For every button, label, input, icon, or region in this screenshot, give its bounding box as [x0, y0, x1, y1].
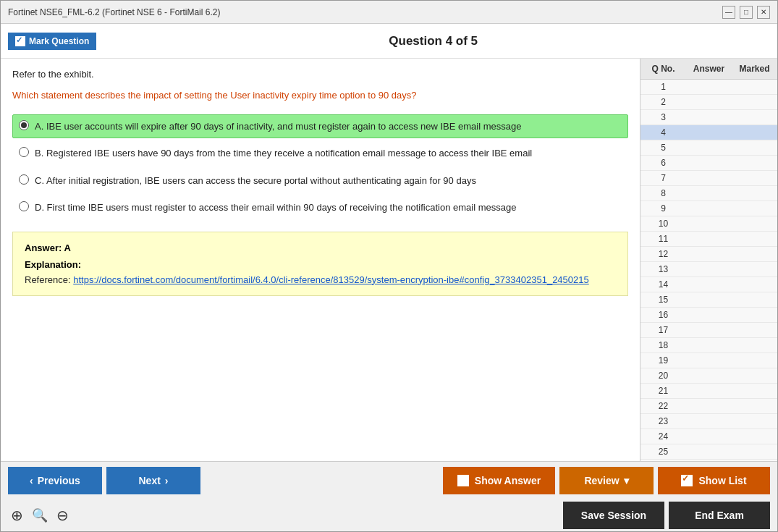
- sidebar-cell-num: 15: [640, 292, 686, 307]
- sidebar-row[interactable]: 25: [640, 444, 777, 460]
- sidebar-cell-answer: [686, 399, 732, 413]
- sidebar-cell-answer: [686, 216, 732, 231]
- sidebar-cell-answer: [686, 125, 732, 140]
- explanation-label: Explanation:: [25, 259, 616, 270]
- sidebar-cell-answer: [686, 292, 732, 307]
- sidebar-cell-num: 24: [640, 429, 686, 444]
- maximize-button[interactable]: □: [740, 6, 753, 19]
- option-item-d[interactable]: D. First time IBE users must register to…: [12, 195, 628, 220]
- sidebar-row[interactable]: 10: [640, 216, 777, 232]
- option-item-a[interactable]: A. IBE user accounts will expire after 9…: [12, 114, 628, 139]
- sidebar-cell-answer: [686, 95, 732, 109]
- sidebar-row[interactable]: 14: [640, 277, 777, 292]
- option-radio-b: [19, 147, 29, 157]
- sidebar-row[interactable]: 15: [640, 292, 777, 308]
- mark-checkbox-icon: [15, 36, 25, 46]
- sidebar-cell-answer: [686, 140, 732, 155]
- sidebar-cell-marked: [732, 429, 777, 444]
- sidebar-row[interactable]: 9: [640, 201, 777, 216]
- toolbar: Mark Question Question 4 of 5: [1, 24, 777, 59]
- sidebar-row[interactable]: 5: [640, 140, 777, 156]
- sidebar-cell-num: 12: [640, 247, 686, 261]
- save-session-button[interactable]: Save Session: [563, 502, 664, 529]
- sidebar-row[interactable]: 17: [640, 323, 777, 338]
- sidebar-cell-num: 21: [640, 384, 686, 398]
- refer-text: Refer to the exhibit.: [12, 69, 628, 80]
- sidebar-header: Q No. Answer Marked: [640, 59, 777, 80]
- sidebar-row[interactable]: 21: [640, 384, 777, 399]
- sidebar-cell-answer: [686, 186, 732, 200]
- zoom-in-button[interactable]: ⊕: [8, 505, 26, 525]
- sidebar-row[interactable]: 12: [640, 247, 777, 262]
- zoom-out-button[interactable]: ⊖: [54, 505, 72, 525]
- sidebar-cell-answer: [686, 171, 732, 185]
- sidebar-row[interactable]: 20: [640, 368, 777, 384]
- previous-button[interactable]: ‹ Previous: [8, 467, 102, 494]
- question-text: Which statement describes the impact of …: [12, 88, 628, 103]
- sidebar-cell-marked: [732, 262, 777, 276]
- sidebar-row[interactable]: 24: [640, 429, 777, 444]
- sidebar-row[interactable]: 13: [640, 262, 777, 277]
- review-button[interactable]: Review ▾: [559, 467, 654, 494]
- show-list-button[interactable]: Show List: [658, 467, 770, 494]
- show-answer-button[interactable]: Show Answer: [443, 467, 555, 494]
- sidebar-row[interactable]: 18: [640, 338, 777, 353]
- options-list: A. IBE user accounts will expire after 9…: [12, 114, 628, 220]
- next-button[interactable]: Next ›: [106, 467, 200, 494]
- zoom-controls: ⊕ 🔍 ⊖: [8, 505, 72, 525]
- option-item-c[interactable]: C. After initial registration, IBE users…: [12, 169, 628, 193]
- option-text-c: C. After initial registration, IBE users…: [35, 174, 476, 188]
- sidebar-row[interactable]: 3: [640, 110, 777, 125]
- sidebar-cell-marked: [732, 338, 777, 352]
- sidebar-cell-answer: [686, 110, 732, 124]
- sidebar-cell-marked: [732, 368, 777, 383]
- sidebar-cell-num: 19: [640, 353, 686, 368]
- end-exam-button[interactable]: End Exam: [669, 502, 770, 529]
- sidebar-row[interactable]: 4: [640, 125, 777, 140]
- sidebar-col-marked: Marked: [732, 62, 777, 76]
- option-item-b[interactable]: B. Registered IBE users have 90 days fro…: [12, 141, 628, 166]
- app-window: Fortinet NSE6_FML-6.2 (Fortinet NSE 6 - …: [0, 0, 778, 532]
- sidebar-cell-answer: [686, 323, 732, 337]
- sidebar-row[interactable]: 16: [640, 308, 777, 323]
- sidebar-row[interactable]: 22: [640, 399, 777, 414]
- title-bar: Fortinet NSE6_FML-6.2 (Fortinet NSE 6 - …: [1, 1, 777, 24]
- sidebar-row[interactable]: 11: [640, 232, 777, 247]
- sidebar-cell-num: 1: [640, 80, 686, 94]
- show-list-checkbox-icon: [681, 475, 693, 486]
- sidebar-cell-num: 14: [640, 277, 686, 292]
- sidebar-cell-answer: [686, 80, 732, 94]
- next-arrow-icon: ›: [165, 475, 169, 486]
- sidebar-cell-answer: [686, 262, 732, 276]
- mark-question-button[interactable]: Mark Question: [8, 33, 96, 50]
- sidebar-row[interactable]: 23: [640, 414, 777, 429]
- sidebar-cell-num: 17: [640, 323, 686, 337]
- sidebar-cell-answer: [686, 444, 732, 459]
- close-button[interactable]: ✕: [757, 6, 770, 19]
- sidebar-row[interactable]: 7: [640, 171, 777, 186]
- minimize-button[interactable]: —: [722, 6, 735, 19]
- sidebar-row[interactable]: 6: [640, 156, 777, 171]
- sidebar-row[interactable]: 1: [640, 80, 777, 95]
- sidebar-cell-marked: [732, 444, 777, 459]
- sidebar-cell-marked: [732, 247, 777, 261]
- sidebar-cell-answer: [686, 384, 732, 398]
- zoom-normal-button[interactable]: 🔍: [29, 506, 51, 525]
- sidebar-rows[interactable]: 1234567891011121314151617181920212223242…: [640, 80, 777, 461]
- bottom-row1: ‹ Previous Next › Show Answer Review ▾ S…: [1, 462, 777, 499]
- sidebar-cell-answer: [686, 308, 732, 322]
- sidebar-cell-marked: [732, 95, 777, 109]
- sidebar-col-answer: Answer: [686, 62, 732, 76]
- sidebar-cell-marked: [732, 353, 777, 368]
- sidebar-cell-num: 13: [640, 262, 686, 276]
- sidebar-cell-marked: [732, 323, 777, 337]
- option-radio-c: [19, 174, 29, 185]
- option-text-d: D. First time IBE users must register to…: [35, 200, 516, 215]
- sidebar-cell-num: 8: [640, 186, 686, 200]
- sidebar-row[interactable]: 8: [640, 186, 777, 201]
- sidebar-cell-num: 3: [640, 110, 686, 124]
- sidebar-cell-answer: [686, 414, 732, 428]
- reference-link[interactable]: https://docs.fortinet.com/document/forti…: [73, 274, 589, 285]
- sidebar-row[interactable]: 19: [640, 353, 777, 368]
- sidebar-row[interactable]: 2: [640, 95, 777, 110]
